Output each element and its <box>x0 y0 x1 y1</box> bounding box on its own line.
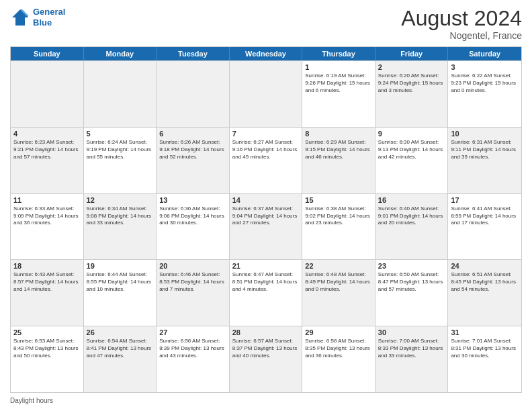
cell-info: Sunrise: 6:41 AM Sunset: 8:59 PM Dayligh… <box>451 205 519 227</box>
cal-cell-25: 25Sunrise: 6:53 AM Sunset: 8:43 PM Dayli… <box>11 326 84 392</box>
cell-info: Sunrise: 6:38 AM Sunset: 9:02 PM Dayligh… <box>305 205 372 227</box>
title-block: August 2024 Nogentel, France <box>401 7 522 41</box>
day-number: 1 <box>305 63 372 71</box>
cal-cell-empty-0-2 <box>157 61 230 127</box>
cal-cell-6: 6Sunrise: 6:26 AM Sunset: 9:18 PM Daylig… <box>157 128 230 193</box>
day-number: 28 <box>232 328 300 336</box>
cal-cell-20: 20Sunrise: 6:46 AM Sunset: 8:53 PM Dayli… <box>157 260 230 326</box>
day-number: 24 <box>451 262 519 270</box>
cell-info: Sunrise: 6:53 AM Sunset: 8:43 PM Dayligh… <box>13 338 81 359</box>
day-number: 27 <box>159 328 226 336</box>
day-number: 31 <box>451 328 519 336</box>
cell-info: Sunrise: 6:43 AM Sunset: 8:57 PM Dayligh… <box>13 271 81 293</box>
daylight-label: Daylight hours <box>10 397 53 404</box>
day-number: 11 <box>13 196 81 204</box>
cal-cell-11: 11Sunrise: 6:33 AM Sunset: 9:09 PM Dayli… <box>11 194 84 260</box>
cell-info: Sunrise: 7:01 AM Sunset: 8:31 PM Dayligh… <box>451 338 519 359</box>
cal-cell-empty-0-1 <box>84 61 157 127</box>
cal-cell-empty-0-0 <box>11 61 84 127</box>
cal-cell-9: 9Sunrise: 6:30 AM Sunset: 9:13 PM Daylig… <box>375 128 449 193</box>
cal-cell-3: 3Sunrise: 6:22 AM Sunset: 9:23 PM Daylig… <box>448 61 521 127</box>
cal-cell-8: 8Sunrise: 6:29 AM Sunset: 9:15 PM Daylig… <box>302 128 375 193</box>
cal-cell-16: 16Sunrise: 6:40 AM Sunset: 9:01 PM Dayli… <box>375 194 449 260</box>
logo-text: General Blue <box>33 7 65 28</box>
calendar-body: 1Sunrise: 6:19 AM Sunset: 9:26 PM Daylig… <box>11 60 521 392</box>
cell-info: Sunrise: 6:34 AM Sunset: 9:08 PM Dayligh… <box>87 205 154 227</box>
cal-cell-28: 28Sunrise: 6:57 AM Sunset: 8:37 PM Dayli… <box>230 326 303 392</box>
week-row-2: 4Sunrise: 6:23 AM Sunset: 9:21 PM Daylig… <box>11 127 521 193</box>
week-row-3: 11Sunrise: 6:33 AM Sunset: 9:09 PM Dayli… <box>11 193 521 260</box>
cell-info: Sunrise: 6:48 AM Sunset: 8:49 PM Dayligh… <box>305 271 372 293</box>
cal-cell-14: 14Sunrise: 6:37 AM Sunset: 9:04 PM Dayli… <box>230 194 303 260</box>
location: Nogentel, France <box>401 30 522 41</box>
logo: General Blue <box>10 7 65 28</box>
day-number: 23 <box>378 262 445 270</box>
cell-info: Sunrise: 6:20 AM Sunset: 9:24 PM Dayligh… <box>378 73 445 94</box>
cal-cell-17: 17Sunrise: 6:41 AM Sunset: 8:59 PM Dayli… <box>448 194 521 260</box>
cell-info: Sunrise: 6:27 AM Sunset: 9:16 PM Dayligh… <box>232 139 300 161</box>
week-row-5: 25Sunrise: 6:53 AM Sunset: 8:43 PM Dayli… <box>11 326 521 392</box>
weekday-header-sunday: Sunday <box>11 47 84 60</box>
cell-info: Sunrise: 6:57 AM Sunset: 8:37 PM Dayligh… <box>232 338 300 359</box>
cell-info: Sunrise: 6:40 AM Sunset: 9:01 PM Dayligh… <box>378 205 445 227</box>
day-number: 26 <box>87 328 154 336</box>
cal-cell-23: 23Sunrise: 6:50 AM Sunset: 8:47 PM Dayli… <box>375 260 449 326</box>
day-number: 30 <box>378 328 445 336</box>
cell-info: Sunrise: 6:22 AM Sunset: 9:23 PM Dayligh… <box>451 73 519 94</box>
day-number: 9 <box>378 130 445 138</box>
cell-info: Sunrise: 6:47 AM Sunset: 8:51 PM Dayligh… <box>232 271 300 293</box>
day-number: 16 <box>378 196 445 204</box>
cal-cell-21: 21Sunrise: 6:47 AM Sunset: 8:51 PM Dayli… <box>230 260 303 326</box>
day-number: 7 <box>232 130 300 138</box>
day-number: 19 <box>87 262 154 270</box>
cal-cell-2: 2Sunrise: 6:20 AM Sunset: 9:24 PM Daylig… <box>375 61 449 127</box>
day-number: 8 <box>305 130 372 138</box>
day-number: 20 <box>159 262 226 270</box>
day-number: 17 <box>451 196 519 204</box>
cell-info: Sunrise: 6:54 AM Sunset: 8:41 PM Dayligh… <box>87 338 154 359</box>
day-number: 15 <box>305 196 372 204</box>
cell-info: Sunrise: 6:44 AM Sunset: 8:55 PM Dayligh… <box>87 271 154 293</box>
week-row-1: 1Sunrise: 6:19 AM Sunset: 9:26 PM Daylig… <box>11 60 521 127</box>
cal-cell-19: 19Sunrise: 6:44 AM Sunset: 8:55 PM Dayli… <box>84 260 157 326</box>
cell-info: Sunrise: 6:23 AM Sunset: 9:21 PM Dayligh… <box>13 139 81 161</box>
cal-cell-31: 31Sunrise: 7:01 AM Sunset: 8:31 PM Dayli… <box>448 326 521 392</box>
svg-marker-0 <box>12 9 28 26</box>
cell-info: Sunrise: 6:31 AM Sunset: 9:11 PM Dayligh… <box>451 139 519 161</box>
day-number: 22 <box>305 262 372 270</box>
cell-info: Sunrise: 6:24 AM Sunset: 9:19 PM Dayligh… <box>87 139 154 161</box>
weekday-header-saturday: Saturday <box>448 47 521 60</box>
day-number: 14 <box>232 196 300 204</box>
cal-cell-24: 24Sunrise: 6:51 AM Sunset: 8:45 PM Dayli… <box>448 260 521 326</box>
cell-info: Sunrise: 6:37 AM Sunset: 9:04 PM Dayligh… <box>232 205 300 227</box>
weekday-header-wednesday: Wednesday <box>230 47 303 60</box>
cell-info: Sunrise: 6:51 AM Sunset: 8:45 PM Dayligh… <box>451 271 519 293</box>
logo-icon <box>10 7 30 28</box>
footer: Daylight hours <box>10 397 522 404</box>
cell-info: Sunrise: 6:19 AM Sunset: 9:26 PM Dayligh… <box>305 73 372 94</box>
day-number: 25 <box>13 328 81 336</box>
cal-cell-22: 22Sunrise: 6:48 AM Sunset: 8:49 PM Dayli… <box>302 260 375 326</box>
cal-cell-5: 5Sunrise: 6:24 AM Sunset: 9:19 PM Daylig… <box>84 128 157 193</box>
cal-cell-7: 7Sunrise: 6:27 AM Sunset: 9:16 PM Daylig… <box>230 128 303 193</box>
cell-info: Sunrise: 6:58 AM Sunset: 8:35 PM Dayligh… <box>305 338 372 359</box>
cal-cell-13: 13Sunrise: 6:36 AM Sunset: 9:06 PM Dayli… <box>157 194 230 260</box>
day-number: 6 <box>159 130 226 138</box>
weekday-header-tuesday: Tuesday <box>157 47 230 60</box>
cell-info: Sunrise: 6:33 AM Sunset: 9:09 PM Dayligh… <box>13 205 81 227</box>
weekday-header-thursday: Thursday <box>302 47 375 60</box>
weekday-header-monday: Monday <box>84 47 157 60</box>
header: General Blue August 2024 Nogentel, Franc… <box>10 7 522 41</box>
cell-info: Sunrise: 6:56 AM Sunset: 8:39 PM Dayligh… <box>159 338 226 359</box>
cell-info: Sunrise: 6:29 AM Sunset: 9:15 PM Dayligh… <box>305 139 372 161</box>
cal-cell-30: 30Sunrise: 7:00 AM Sunset: 8:33 PM Dayli… <box>375 326 449 392</box>
day-number: 21 <box>232 262 300 270</box>
cal-cell-15: 15Sunrise: 6:38 AM Sunset: 9:02 PM Dayli… <box>302 194 375 260</box>
day-number: 3 <box>451 63 519 71</box>
week-row-4: 18Sunrise: 6:43 AM Sunset: 8:57 PM Dayli… <box>11 259 521 326</box>
month-year: August 2024 <box>401 7 522 30</box>
day-number: 10 <box>451 130 519 138</box>
cal-cell-18: 18Sunrise: 6:43 AM Sunset: 8:57 PM Dayli… <box>11 260 84 326</box>
calendar-header: SundayMondayTuesdayWednesdayThursdayFrid… <box>11 47 521 60</box>
weekday-header-friday: Friday <box>375 47 449 60</box>
